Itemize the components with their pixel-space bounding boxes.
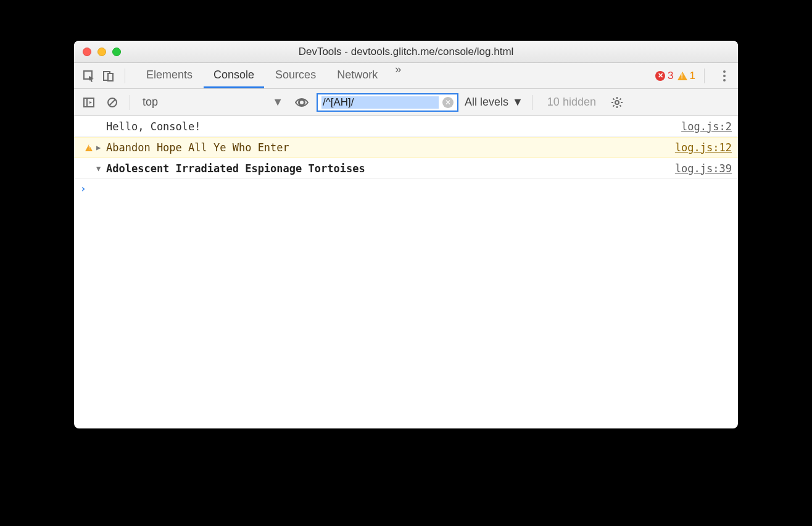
separator (125, 69, 125, 83)
tab-network[interactable]: Network (327, 63, 387, 88)
message-text: Hello, Console! (106, 120, 681, 133)
warning-icon (85, 144, 93, 151)
titlebar: DevTools - devtools.glitch.me/console/lo… (74, 41, 738, 63)
console-message-group[interactable]: ▼ Adolescent Irradiated Espionage Tortoi… (74, 158, 738, 179)
main-tabs-bar: Elements Console Sources Network » ✕ 3 1 (74, 63, 738, 89)
svg-line-16 (619, 105, 621, 106)
warning-icon (677, 72, 687, 80)
separator (532, 95, 532, 110)
minimize-window-button[interactable] (97, 48, 106, 56)
clear-filter-icon[interactable]: ✕ (442, 97, 454, 108)
zoom-window-button[interactable] (112, 48, 121, 56)
svg-rect-2 (108, 73, 113, 81)
hidden-messages-label[interactable]: 10 hidden (547, 96, 596, 109)
live-expression-icon[interactable] (293, 94, 310, 111)
console-message-warning[interactable]: ▶ Abandon Hope All Ye Who Enter log.js:1… (74, 137, 738, 158)
window-title: DevTools - devtools.glitch.me/console/lo… (74, 46, 738, 58)
prompt-caret-icon: › (80, 183, 91, 194)
warning-count: 1 (690, 70, 695, 82)
tab-console[interactable]: Console (204, 63, 264, 88)
separator (704, 69, 705, 83)
svg-rect-3 (84, 98, 94, 107)
message-source-link[interactable]: log.js:39 (675, 162, 732, 175)
collapse-arrow-icon[interactable]: ▼ (96, 164, 106, 173)
tabs-overflow-button[interactable]: » (389, 63, 407, 88)
panel-tabs: Elements Console Sources Network » (136, 63, 407, 88)
filter-input[interactable]: /^[AH]/ ✕ (317, 93, 458, 112)
chevron-down-icon: ▼ (512, 96, 523, 109)
error-count: 3 (668, 70, 673, 82)
inspect-element-icon[interactable] (80, 67, 97, 85)
svg-line-18 (619, 98, 621, 99)
message-source-link[interactable]: log.js:2 (681, 120, 732, 133)
error-count-badge[interactable]: ✕ 3 (655, 70, 673, 82)
device-toolbar-icon[interactable] (100, 67, 117, 85)
message-source-link[interactable]: log.js:12 (675, 141, 732, 154)
separator (130, 95, 130, 110)
filter-value: /^[AH]/ (321, 96, 439, 109)
log-levels-select[interactable]: All levels ▼ (465, 96, 523, 109)
error-icon: ✕ (655, 71, 665, 81)
devtools-window: DevTools - devtools.glitch.me/console/lo… (74, 41, 738, 428)
clear-console-icon[interactable] (104, 94, 121, 111)
chevron-down-icon: ▼ (272, 96, 283, 109)
warning-count-badge[interactable]: 1 (677, 70, 695, 82)
more-menu-button[interactable] (717, 69, 732, 83)
svg-marker-5 (89, 101, 92, 104)
tab-sources[interactable]: Sources (265, 63, 326, 88)
svg-line-15 (613, 98, 614, 99)
console-sidebar-toggle-icon[interactable] (80, 94, 97, 111)
log-levels-label: All levels (465, 96, 508, 109)
console-settings-icon[interactable] (608, 94, 626, 111)
execution-context-select[interactable]: top ▼ (139, 94, 287, 110)
tab-elements[interactable]: Elements (136, 63, 202, 88)
context-value: top (143, 96, 158, 109)
traffic-lights (74, 48, 121, 56)
svg-point-10 (615, 101, 619, 104)
console-message-log[interactable]: Hello, Console! log.js:2 (74, 116, 738, 137)
svg-line-7 (109, 99, 115, 106)
console-toolbar: top ▼ /^[AH]/ ✕ All levels ▼ 10 hidden (74, 89, 738, 116)
message-text: Adolescent Irradiated Espionage Tortoise… (106, 162, 675, 175)
expand-arrow-icon[interactable]: ▶ (96, 143, 106, 152)
message-text: Abandon Hope All Ye Who Enter (106, 141, 675, 154)
console-messages: Hello, Console! log.js:2 ▶ Abandon Hope … (74, 116, 738, 428)
svg-line-17 (613, 105, 614, 106)
svg-point-9 (300, 101, 304, 104)
console-prompt[interactable]: › (74, 179, 738, 198)
close-window-button[interactable] (83, 48, 91, 56)
message-gutter (81, 144, 96, 151)
